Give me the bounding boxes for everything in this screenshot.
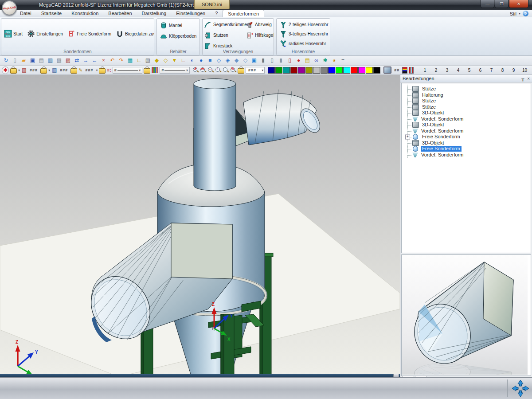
tree-item[interactable]: + Vordef. Sonderform bbox=[403, 152, 531, 158]
coord-axis-icon[interactable]: ∟ bbox=[135, 57, 143, 64]
line-width-field[interactable]: #▾ bbox=[113, 67, 143, 74]
document-tab[interactable]: SOND.ini bbox=[194, 0, 230, 9]
group-lock-icon[interactable] bbox=[40, 68, 47, 74]
undo-icon[interactable]: ↶ bbox=[108, 57, 117, 64]
sphere-view-icon[interactable]: ◐ bbox=[188, 57, 196, 64]
group-doc-icon[interactable]: ▥ bbox=[51, 66, 57, 74]
print-preview-icon[interactable]: ▥ bbox=[46, 57, 55, 64]
viewport-3d[interactable]: Z Y X Z Y X bbox=[0, 75, 400, 377]
kniestueck-button[interactable]: Kniestück bbox=[203, 41, 244, 49]
style-dropdown-icon[interactable]: ▾ bbox=[519, 12, 520, 16]
cylinder-half-icon[interactable]: ▮ bbox=[277, 57, 285, 64]
color-wheel-icon[interactable]: ◕ bbox=[330, 57, 338, 64]
export-icon[interactable]: ← bbox=[90, 57, 99, 64]
tree-item[interactable]: + Freie Sonderform bbox=[403, 146, 531, 152]
zoom-out-icon[interactable]: − bbox=[223, 67, 229, 73]
iso-view1-icon[interactable]: ◇ bbox=[215, 57, 223, 64]
globe-icon[interactable]: ● bbox=[197, 57, 205, 64]
color-swatch[interactable] bbox=[373, 67, 380, 74]
menu-konstruktion[interactable]: Konstruktion bbox=[66, 10, 103, 17]
color-number-select[interactable]: ###▾ bbox=[246, 67, 265, 74]
style-lock-icon[interactable] bbox=[144, 68, 150, 74]
view-box-icon[interactable]: ▧ bbox=[144, 57, 152, 64]
zoom-in-icon[interactable]: + bbox=[215, 67, 221, 73]
color-swatch[interactable] bbox=[321, 67, 328, 74]
cube-view-icon[interactable]: ■ bbox=[206, 57, 214, 64]
opengl-sphere-icon[interactable]: ● bbox=[294, 57, 303, 64]
z-direction-icon[interactable]: ▼ bbox=[170, 57, 179, 64]
pen-dropdown-icon[interactable]: ▾ bbox=[96, 68, 98, 72]
quick-layer-number[interactable]: 7 bbox=[486, 68, 497, 73]
color-swatch[interactable] bbox=[336, 67, 343, 74]
menu-startseite[interactable]: Startseite bbox=[36, 10, 66, 17]
tree-item[interactable]: + 3D-Objekt bbox=[403, 110, 531, 116]
stutzen-button[interactable]: Stutzen bbox=[203, 30, 244, 41]
menu-datei[interactable]: Datei bbox=[15, 10, 36, 17]
quick-layer-number[interactable]: 4 bbox=[453, 68, 464, 73]
zoom-window-icon[interactable]: ▭ bbox=[200, 67, 206, 73]
freie-sonderform-button[interactable]: Freie Sonderform bbox=[66, 29, 113, 38]
iso-view4-icon[interactable]: ◇ bbox=[241, 57, 250, 64]
hosenrohr-3-button[interactable]: 3-teiliges Hosenrohr bbox=[278, 29, 330, 39]
screen-color-icon[interactable] bbox=[383, 66, 391, 74]
color-swatch[interactable] bbox=[305, 67, 313, 74]
segmentkruemmer-button[interactable]: Segmentkrümmer bbox=[203, 20, 244, 30]
quick-layer-number[interactable]: 5 bbox=[464, 68, 475, 73]
start-button[interactable]: ADDMEGACAD Start bbox=[3, 29, 24, 38]
color-swatch[interactable] bbox=[268, 67, 275, 74]
minimize-button[interactable]: — bbox=[481, 0, 494, 8]
menu-hilfe[interactable]: ? bbox=[210, 10, 223, 17]
pen-lock-icon[interactable] bbox=[70, 68, 77, 74]
color-swatch[interactable] bbox=[351, 67, 358, 74]
iso-view2-icon[interactable]: ◈ bbox=[223, 57, 232, 64]
exchange-icon[interactable]: ⇄ bbox=[73, 57, 81, 64]
zoom-redo-icon[interactable]: ↻ bbox=[231, 67, 236, 73]
print-icon[interactable]: ▤ bbox=[37, 57, 46, 64]
tree-item[interactable]: + Stütze bbox=[403, 104, 531, 110]
erase-icon[interactable]: × bbox=[99, 57, 108, 64]
doc-settings-icon[interactable]: ▨ bbox=[64, 57, 72, 64]
layer-lock-icon[interactable] bbox=[10, 68, 17, 74]
menu-sonderformen[interactable]: Sonderformen bbox=[223, 10, 264, 17]
line-palette-icon[interactable] bbox=[409, 67, 414, 74]
expander-icon[interactable]: + bbox=[405, 134, 410, 139]
monitor-view-icon[interactable]: ▣ bbox=[250, 57, 258, 64]
color-swatch[interactable] bbox=[283, 67, 290, 74]
color-swatch[interactable] bbox=[290, 67, 297, 74]
color-swatch[interactable] bbox=[313, 67, 320, 74]
app-logo-icon[interactable]: Mega CAD bbox=[2, 0, 17, 16]
color-grid-icon[interactable] bbox=[152, 67, 158, 73]
redraw-icon[interactable]: ↻ bbox=[2, 57, 10, 64]
quick-layer-number[interactable]: 2 bbox=[430, 68, 442, 73]
import-icon[interactable]: → bbox=[82, 57, 90, 64]
open-folder-icon[interactable]: ▰ bbox=[20, 57, 28, 64]
viewport-strip-button[interactable] bbox=[393, 374, 399, 377]
redo-icon[interactable]: ↷ bbox=[117, 57, 125, 64]
tree-item[interactable]: + 3D-Objekt bbox=[403, 140, 531, 146]
more-options-icon[interactable]: = bbox=[339, 57, 347, 64]
abzweig-button[interactable]: Abzweig bbox=[244, 20, 274, 30]
biegedaten-zuweisen-button[interactable]: Biegedaten zuweisen bbox=[114, 29, 154, 38]
pen-palette-icon[interactable] bbox=[402, 67, 407, 74]
maximize-button[interactable]: ❐ bbox=[495, 0, 509, 8]
tree-item[interactable]: + Vordef. Sonderform bbox=[403, 116, 531, 122]
quick-layer-number[interactable]: 3 bbox=[442, 68, 453, 73]
preview-panel[interactable] bbox=[401, 254, 531, 376]
color-lock-icon[interactable] bbox=[238, 68, 244, 74]
tree-item[interactable]: + Stütze bbox=[403, 98, 531, 104]
menu-einstellungen[interactable]: Einstellungen bbox=[171, 10, 210, 17]
zoom-previous-icon[interactable]: ↺ bbox=[193, 67, 199, 73]
page-setup-icon[interactable]: ▧ bbox=[55, 57, 63, 64]
quick-layer-number[interactable]: 6 bbox=[475, 68, 486, 73]
tree-item[interactable]: + 3D-Objekt bbox=[403, 122, 531, 128]
calc-plus-icon[interactable]: ✱ bbox=[321, 57, 329, 64]
hosenrohr-2-button[interactable]: 2-teiliges Hosenrohr bbox=[278, 20, 330, 29]
quick-layer-number[interactable]: 10 bbox=[519, 68, 530, 73]
width-lock-icon[interactable] bbox=[99, 68, 106, 74]
cylinder-red-icon[interactable]: ▯ bbox=[286, 57, 294, 64]
hilfskugel-button[interactable]: Hilfskugel bbox=[244, 30, 274, 41]
group-dropdown-icon[interactable]: ▾ bbox=[48, 68, 50, 72]
pan-arrows-icon[interactable] bbox=[511, 379, 530, 398]
quick-layer-number[interactable]: 1 bbox=[419, 68, 430, 73]
axis-red-icon[interactable]: ∟ bbox=[179, 57, 188, 64]
